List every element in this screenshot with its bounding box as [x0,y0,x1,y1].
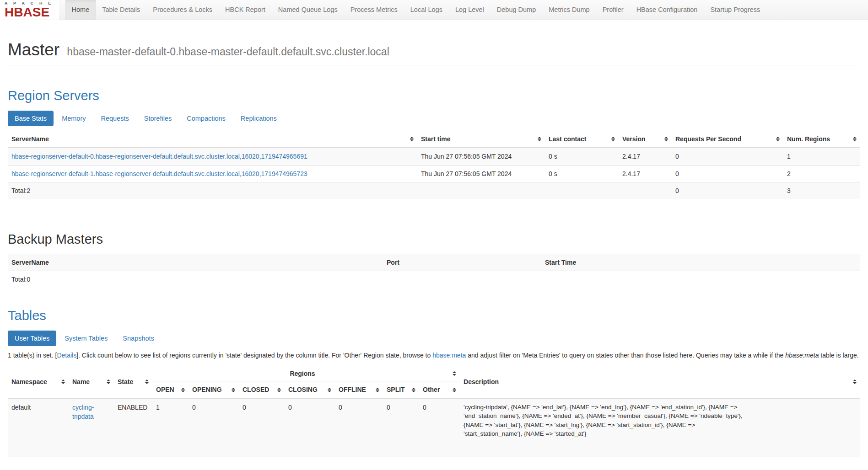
column-header-split[interactable]: SPLIT [383,381,419,399]
column-header-state[interactable]: State [114,365,152,399]
nav-item-local-logs[interactable]: Local Logs [404,0,449,20]
tables-heading: Tables [8,308,860,323]
tab-user-tables[interactable]: User Tables [8,331,56,346]
tab-storefiles[interactable]: Storefiles [137,111,178,126]
sort-icon [145,379,149,384]
backup-masters-section: Backup Masters ServerName Port Start Tim… [8,232,860,288]
column-header-port[interactable]: Port [383,254,541,271]
nav-menu: Home Table Details Procedures & Locks HB… [65,0,767,20]
nav-item-procedures-locks[interactable]: Procedures & Locks [146,0,219,20]
cell-empty [541,271,860,288]
column-group-regions[interactable]: Regions [152,365,460,381]
sort-icon [853,379,857,384]
column-label: Namespace [11,377,47,386]
column-header-opening[interactable]: OPENING [189,381,239,399]
nav-item-hbck-report[interactable]: HBCK Report [219,0,272,20]
nav-item-named-queue-logs[interactable]: Named Queue Logs [272,0,344,20]
column-label: Version [622,134,646,144]
column-header-servername[interactable]: ServerName [8,254,383,271]
sort-icon [61,379,65,384]
table-name-link[interactable]: cycling-tripdata [72,404,94,420]
column-header-other[interactable]: Other [419,381,460,399]
column-header-namespace[interactable]: Namespace [8,365,69,399]
nav-item-profiler[interactable]: Profiler [596,0,630,20]
sort-icon [853,137,857,141]
backup-masters-table: ServerName Port Start Time Total:0 [8,254,860,288]
column-header-version[interactable]: Version [619,131,672,148]
nav-item-hbase-configuration[interactable]: HBase Configuration [630,0,704,20]
cell-state: ENABLED [114,399,152,457]
nav-item-debug-dump[interactable]: Debug Dump [491,0,542,20]
note-text: and adjust filter on 'Meta Entries' to q… [466,352,785,359]
cell-servername: hbase-regionserver-default-1.hbase-regio… [8,165,417,182]
sort-icon [412,388,415,392]
nav-item-log-level[interactable]: Log Level [449,0,491,20]
column-label: CLOSED [243,385,269,394]
regionserver-link[interactable]: hbase-regionserver-default-1.hbase-regio… [11,170,307,177]
master-hostname: hbase-master-default-0.hbase-master-defa… [67,46,389,58]
tab-replications[interactable]: Replications [234,111,284,126]
column-label: Last contact [549,134,586,144]
cell-total-label: Total:2 [8,182,417,199]
hbase-logo[interactable]: A P A C H E HBASE [0,0,59,20]
sort-icon [376,388,379,392]
tab-compactions[interactable]: Compactions [180,111,232,126]
backup-masters-heading: Backup Masters [8,232,860,247]
backup-masters-header-row: ServerName Port Start Time [8,254,860,271]
column-header-start-time[interactable]: Start Time [541,254,860,271]
nav-item-startup-progress[interactable]: Startup Progress [704,0,766,20]
column-header-last-contact[interactable]: Last contact [545,131,619,148]
cell-empty [619,182,672,199]
column-label: OPEN [156,385,174,394]
column-label: Num. Regions [787,134,830,144]
details-link[interactable]: Details [57,352,76,359]
column-label: CLOSING [288,385,318,394]
nav-item-home[interactable]: Home [65,0,96,20]
column-header-num-regions[interactable]: Num. Regions [783,131,860,148]
cell-requests-per-second: 0 [672,165,783,182]
column-label: Requests Per Second [675,134,741,144]
cell-closing: 0 [285,399,335,457]
cell-num-regions: 1 [783,148,860,165]
region-servers-header-row: ServerName Start time Last contact Versi… [8,131,860,148]
tab-snapshots[interactable]: Snapshots [116,331,161,346]
cell-name: cycling-tripdata [69,399,114,457]
sort-icon [664,137,668,141]
tables-section: Tables User Tables System Tables Snapsho… [8,308,860,457]
column-header-offline[interactable]: OFFLINE [335,381,383,399]
sort-icon [410,137,414,141]
cell-empty [383,271,541,288]
tab-requests[interactable]: Requests [94,111,136,126]
nav-item-metrics-dump[interactable]: Metrics Dump [542,0,596,20]
column-header-requests-per-second[interactable]: Requests Per Second [672,131,783,148]
column-header-open[interactable]: OPEN [152,381,189,399]
column-header-closed[interactable]: CLOSED [239,381,285,399]
nav-item-table-details[interactable]: Table Details [96,0,146,20]
column-label: Regions [156,369,449,378]
cell-other: 0 [419,399,460,457]
column-label: Other [423,385,440,394]
column-label: Start time [421,134,451,144]
page-title: Master [8,40,59,59]
tab-system-tables[interactable]: System Tables [58,331,114,346]
column-header-closing[interactable]: CLOSING [285,381,335,399]
nav-item-process-metrics[interactable]: Process Metrics [344,0,404,20]
regionserver-link[interactable]: hbase-regionserver-default-0.hbase-regio… [11,153,307,160]
column-header-name[interactable]: Name [69,365,114,399]
cell-empty [545,182,619,199]
region-count-link[interactable]: 1 [156,404,160,411]
column-header-servername[interactable]: ServerName [8,131,417,148]
cell-version: 2.4.17 [619,148,672,165]
column-header-description[interactable]: Description [460,365,860,399]
cell-version: 2.4.17 [619,165,672,182]
tables-note: 1 table(s) in set. [Details]. Click coun… [8,351,859,360]
tab-base-stats[interactable]: Base Stats [8,111,54,126]
note-text: table is large. [819,352,858,359]
cell-split: 0 [383,399,419,457]
column-label: ServerName [11,134,49,144]
tab-memory[interactable]: Memory [55,111,92,126]
column-header-start-time[interactable]: Start time [417,131,545,148]
region-servers-tabs: Base Stats Memory Requests Storefiles Co… [8,111,860,126]
hbase-meta-link[interactable]: hbase:meta [432,352,466,359]
cell-opening: 0 [189,399,239,457]
